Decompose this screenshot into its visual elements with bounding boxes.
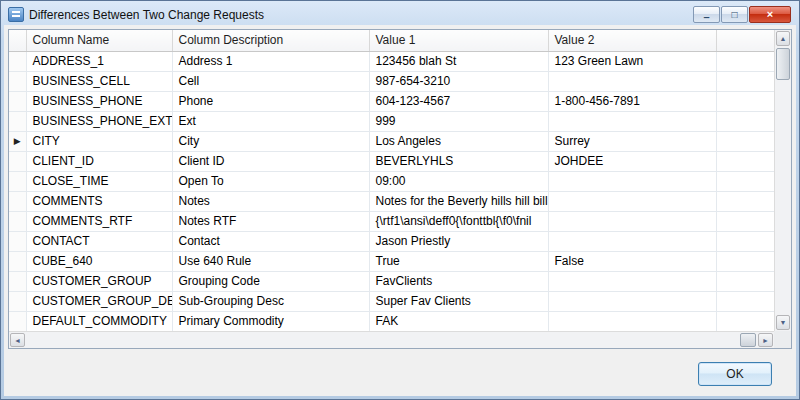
current-row-marker[interactable]: ▶ <box>9 131 26 151</box>
grid-cell[interactable]: FavClients <box>369 271 548 291</box>
grid-cell[interactable]: BEVERLYHLS <box>369 151 548 171</box>
grid-cell[interactable]: Contact <box>172 231 369 251</box>
grid-cell[interactable] <box>548 311 716 331</box>
grid-cell[interactable]: 123 Green Lawn <box>548 51 716 71</box>
grid-cell[interactable] <box>548 211 716 231</box>
grid-cell[interactable]: 123456 blah St <box>369 51 548 71</box>
grid-cell[interactable]: True <box>369 251 548 271</box>
grid-cell[interactable]: Cell <box>172 71 369 91</box>
grid-row: CONTACTContactJason Priestly <box>9 231 774 251</box>
scroll-left-button[interactable]: ◄ <box>10 333 25 347</box>
grid-cell[interactable]: JOHDEE <box>548 151 716 171</box>
grid-cell[interactable]: 987-654-3210 <box>369 71 548 91</box>
grid-table-area: Column Name Column Description Value 1 V… <box>9 30 774 331</box>
grid-cell[interactable]: Notes for the Beverly hills hill bill <box>369 191 548 211</box>
row-indicator[interactable] <box>9 291 26 311</box>
row-indicator[interactable] <box>9 251 26 271</box>
grid-cell[interactable]: Open To <box>172 171 369 191</box>
horizontal-scroll-thumb[interactable] <box>740 333 756 347</box>
row-indicator[interactable] <box>9 191 26 211</box>
row-indicator[interactable] <box>9 271 26 291</box>
row-indicator[interactable] <box>9 311 26 331</box>
grid-cell[interactable]: BUSINESS_PHONE_EXT <box>26 111 172 131</box>
grid-cell[interactable] <box>548 71 716 91</box>
grid-cell[interactable] <box>548 191 716 211</box>
row-indicator[interactable] <box>9 151 26 171</box>
row-indicator[interactable] <box>9 171 26 191</box>
grid-cell[interactable]: Los Angeles <box>369 131 548 151</box>
grid-cell[interactable]: Super Fav Clients <box>369 291 548 311</box>
ok-button[interactable]: OK <box>698 362 772 386</box>
maximize-button[interactable]: □ <box>721 6 748 23</box>
grid-cell[interactable]: 1-800-456-7891 <box>548 91 716 111</box>
title-bar[interactable]: Differences Between Two Change Requests … <box>4 4 796 25</box>
grid-cell[interactable]: BUSINESS_PHONE <box>26 91 172 111</box>
grid-cell[interactable]: CONTACT <box>26 231 172 251</box>
grid-cell[interactable]: Jason Priestly <box>369 231 548 251</box>
grid-row: BUSINESS_PHONE_EXTExt999 <box>9 111 774 131</box>
grid-cell[interactable]: CITY <box>26 131 172 151</box>
grid-cell[interactable]: 09:00 <box>369 171 548 191</box>
row-indicator[interactable] <box>9 211 26 231</box>
grid-cell[interactable]: DEFAULT_COMMODITY <box>26 311 172 331</box>
grid-cell[interactable]: Grouping Code <box>172 271 369 291</box>
grid-cell[interactable]: Primary Commodity <box>172 311 369 331</box>
grid-cell[interactable]: CUBE_640 <box>26 251 172 271</box>
horizontal-scrollbar[interactable]: ◄ ► <box>9 331 774 348</box>
grid-cell[interactable]: ADDRESS_1 <box>26 51 172 71</box>
grid-cell[interactable]: BUSINESS_CELL <box>26 71 172 91</box>
row-indicator[interactable] <box>9 51 26 71</box>
scroll-right-button[interactable]: ► <box>758 333 773 347</box>
right-arrow-icon: ► <box>762 337 769 344</box>
row-indicator[interactable] <box>9 111 26 131</box>
grid-cell[interactable]: 604-123-4567 <box>369 91 548 111</box>
scrollbar-corner <box>774 331 791 348</box>
column-header-value1[interactable]: Value 1 <box>369 30 548 51</box>
row-indicator[interactable] <box>9 91 26 111</box>
grid-cell[interactable]: Ext <box>172 111 369 131</box>
grid-cell[interactable]: Sub-Grouping Desc <box>172 291 369 311</box>
grid-cell[interactable]: Notes RTF <box>172 211 369 231</box>
grid-cell[interactable]: FAK <box>369 311 548 331</box>
column-header-description[interactable]: Column Description <box>172 30 369 51</box>
grid-cell[interactable]: COMMENTS <box>26 191 172 211</box>
grid-cell[interactable]: Use 640 Rule <box>172 251 369 271</box>
close-button[interactable]: × <box>749 6 791 23</box>
grid-cell[interactable]: Notes <box>172 191 369 211</box>
grid-cell[interactable]: Surrey <box>548 131 716 151</box>
grid-filler-cell <box>716 131 774 151</box>
grid-cell[interactable] <box>548 111 716 131</box>
up-arrow-icon: ▲ <box>780 35 787 42</box>
grid-cell[interactable]: CLOSE_TIME <box>26 171 172 191</box>
minimize-button[interactable]: – <box>693 6 720 23</box>
grid-cell[interactable] <box>548 271 716 291</box>
grid-cell[interactable]: Address 1 <box>172 51 369 71</box>
window-title: Differences Between Two Change Requests <box>29 8 264 22</box>
scroll-up-button[interactable]: ▲ <box>776 31 790 46</box>
grid-cell[interactable]: Client ID <box>172 151 369 171</box>
diff-table: Column Name Column Description Value 1 V… <box>9 30 774 331</box>
grid-cell[interactable]: False <box>548 251 716 271</box>
scroll-down-button[interactable]: ▼ <box>776 315 790 330</box>
row-indicator[interactable] <box>9 71 26 91</box>
grid-cell[interactable]: City <box>172 131 369 151</box>
grid-filler-cell <box>716 291 774 311</box>
grid-row: CUSTOMER_GROUPGrouping CodeFavClients <box>9 271 774 291</box>
column-header-value2[interactable]: Value 2 <box>548 30 716 51</box>
grid-cell[interactable] <box>548 171 716 191</box>
vertical-scroll-thumb[interactable] <box>776 48 790 80</box>
vertical-scrollbar[interactable]: ▲ ▼ <box>774 30 791 331</box>
grid-cell[interactable] <box>548 291 716 311</box>
grid-cell[interactable] <box>548 231 716 251</box>
grid-cell[interactable]: COMMENTS_RTF <box>26 211 172 231</box>
column-header-name[interactable]: Column Name <box>26 30 172 51</box>
grid-cell[interactable]: 999 <box>369 111 548 131</box>
grid-cell[interactable]: Phone <box>172 91 369 111</box>
row-indicator[interactable] <box>9 231 26 251</box>
grid-cell[interactable]: CUSTOMER_GROUP <box>26 271 172 291</box>
grid-cell[interactable]: CLIENT_ID <box>26 151 172 171</box>
grid-cell[interactable]: {\rtf1\ansi\deff0{\fonttbl{\f0\fnil <box>369 211 548 231</box>
grid-cell[interactable]: CUSTOMER_GROUP_DESC <box>26 291 172 311</box>
grid-row: BUSINESS_CELLCell987-654-3210 <box>9 71 774 91</box>
grid-filler-cell <box>716 51 774 71</box>
